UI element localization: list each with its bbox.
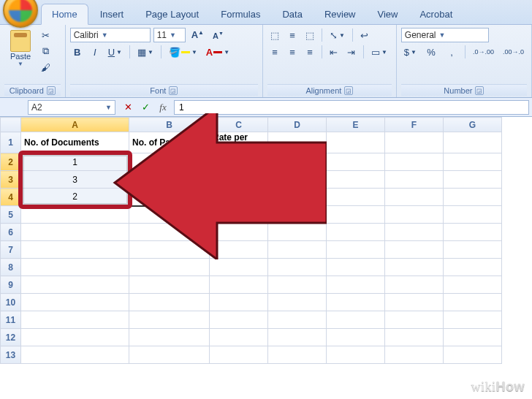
cell-F3[interactable] [385,171,444,189]
cell-B3[interactable] [129,171,210,189]
cell-G4[interactable] [444,189,502,206]
align-right-button[interactable]: ≡ [303,45,317,59]
cell-G10[interactable] [444,294,502,311]
row-header-7[interactable]: 7 [1,241,21,259]
cell-F9[interactable] [385,276,444,294]
cell-E9[interactable] [327,276,385,294]
cell-G1[interactable] [444,132,502,153]
cell-A6[interactable] [21,224,129,241]
col-header-F[interactable]: F [385,118,444,132]
align-top-button[interactable]: ⬚ [267,28,282,42]
cell-E6[interactable] [327,224,385,241]
decrease-decimal-button[interactable]: .00→.0 [500,45,527,59]
dialog-launcher-icon[interactable]: ◲ [169,86,178,95]
tab-view[interactable]: View [368,4,408,24]
cell-B10[interactable] [129,294,210,311]
cell-F13[interactable] [385,346,444,364]
cell-D7[interactable] [268,241,327,259]
format-painter-button[interactable]: 🖌 [38,60,53,75]
cell-E10[interactable] [327,294,385,311]
tab-home[interactable]: Home [41,4,88,25]
row-header-13[interactable]: 13 [1,346,21,364]
cell-D5[interactable] [268,206,327,224]
cell-A3[interactable]: 3 [21,171,129,189]
cell-C2[interactable] [210,153,268,171]
name-box[interactable]: A2▼ [28,100,115,115]
cell-A13[interactable] [21,346,129,364]
cell-C10[interactable] [210,294,268,311]
col-header-C[interactable]: C [210,118,268,132]
cell-E3[interactable] [327,171,385,189]
cell-F6[interactable] [385,224,444,241]
cell-D3[interactable] [268,171,327,189]
row-header-10[interactable]: 10 [1,294,21,311]
tab-review[interactable]: Review [314,4,366,24]
select-all-corner[interactable] [1,118,21,132]
cell-C4[interactable]: 4 [210,189,268,206]
row-header-8[interactable]: 8 [1,259,21,276]
cell-F11[interactable] [385,311,444,329]
merge-center-button[interactable]: ▭▼ [368,45,390,59]
cell-E2[interactable] [327,153,385,171]
cell-G9[interactable] [444,276,502,294]
copy-button[interactable]: ⧉ [38,44,53,58]
italic-button[interactable]: I [88,45,102,59]
cell-E8[interactable] [327,259,385,276]
cell-A4[interactable]: 2 [21,189,129,206]
cancel-formula-button[interactable]: ✕ [120,100,136,115]
row-header-3[interactable]: 3 [1,171,21,189]
align-bottom-button[interactable]: ⬚ [303,28,317,42]
cell-D12[interactable] [268,329,327,346]
cell-F1[interactable] [385,132,444,153]
cell-B8[interactable] [129,259,210,276]
underline-button[interactable]: U▼ [105,45,125,59]
cell-C11[interactable] [210,311,268,329]
cell-D6[interactable] [268,224,327,241]
cell-B4[interactable]: 7 [129,189,210,206]
cell-A1[interactable]: No. of Documents [21,132,129,153]
col-header-D[interactable]: D [268,118,327,132]
cell-G7[interactable] [444,241,502,259]
cell-G13[interactable] [444,346,502,364]
cell-C13[interactable] [210,346,268,364]
cell-A2[interactable]: 1 [21,153,129,171]
cell-B2[interactable] [129,153,210,171]
cell-B12[interactable] [129,329,210,346]
grow-font-button[interactable]: A▲ [189,28,207,42]
shrink-font-button[interactable]: A▼ [210,28,227,42]
cell-B5[interactable] [129,206,210,224]
cell-E4[interactable] [327,189,385,206]
row-header-11[interactable]: 11 [1,311,21,329]
worksheet-grid[interactable]: ABCDEFG1No. of DocumentsNo. of PagesRate… [0,117,532,364]
font-color-button[interactable]: A▼ [203,45,232,59]
currency-button[interactable]: $▼ [401,45,419,59]
cell-G11[interactable] [444,311,502,329]
paste-button[interactable]: Paste ▼ [4,28,37,75]
tab-formulas[interactable]: Formulas [210,4,270,24]
cell-C6[interactable] [210,224,268,241]
border-button[interactable]: ▦▼ [134,45,156,59]
cut-button[interactable]: ✂ [38,28,53,42]
tab-insert[interactable]: Insert [90,4,134,24]
cell-A7[interactable] [21,241,129,259]
insert-function-button[interactable]: fx [155,100,171,115]
tab-data[interactable]: Data [272,4,312,24]
dialog-launcher-icon[interactable]: ◲ [47,86,56,95]
comma-button[interactable]: , [443,45,460,59]
increase-indent-button[interactable]: ⇥ [344,45,359,59]
cell-A9[interactable] [21,276,129,294]
col-header-E[interactable]: E [327,118,385,132]
cell-G2[interactable] [444,153,502,171]
row-header-1[interactable]: 1 [1,132,21,153]
row-header-9[interactable]: 9 [1,276,21,294]
align-middle-button[interactable]: ≡ [285,28,300,42]
cell-A8[interactable] [21,259,129,276]
cell-B1[interactable]: No. of Pages [129,132,210,153]
cell-A5[interactable] [21,206,129,224]
row-header-6[interactable]: 6 [1,224,21,241]
cell-C9[interactable] [210,276,268,294]
cell-D1[interactable] [268,132,327,153]
cell-C1[interactable]: Rate per page [210,132,268,153]
font-size-combo[interactable]: 11▼ [153,28,186,42]
cell-A11[interactable] [21,311,129,329]
